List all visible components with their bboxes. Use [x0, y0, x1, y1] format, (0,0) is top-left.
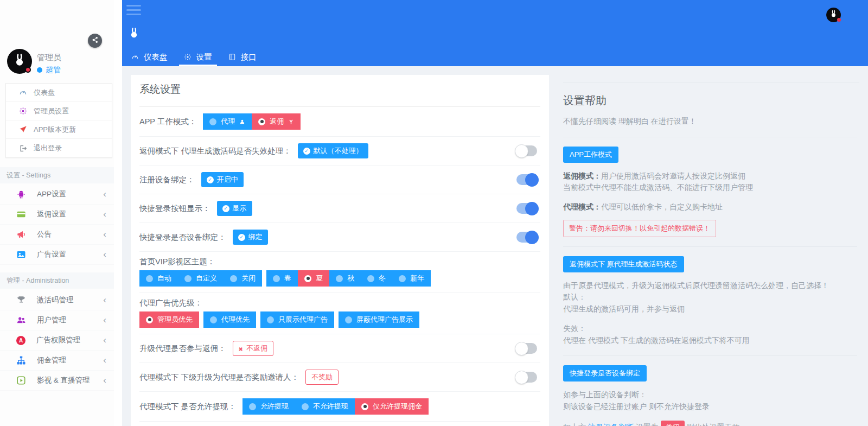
no-reward-badge[interactable]: 不奖励: [305, 370, 339, 385]
radio-option-summer[interactable]: 夏: [298, 270, 329, 287]
row-work-mode: APP 工作模式： 代理 返佣: [139, 107, 540, 137]
quick-login-button-toggle[interactable]: [516, 203, 537, 214]
cogs-icon: [19, 107, 27, 115]
header-avatar[interactable]: [826, 8, 841, 22]
row-code-invalid-handling: 返佣模式下 代理生成激活码是否失效处理： 默认（不处理）: [139, 137, 540, 166]
sidebar-item-activation-codes[interactable]: 激活码管理: [0, 290, 114, 310]
sidebar-item-media-management[interactable]: 影视 & 直播管理: [0, 371, 114, 391]
avatar[interactable]: [7, 49, 32, 74]
avatar-badge: [837, 18, 841, 22]
help-default-text: 代理生成的激活码可用，并参与返佣: [563, 303, 857, 315]
chevron-left-icon: [103, 209, 106, 219]
nav-admin: 激活码管理 用户管理 广告权限管理 佣金管理 影视 & 直播管理: [0, 290, 114, 391]
sidebar-item-app-update[interactable]: APP版本更新: [6, 120, 112, 139]
sidebar-item-ads-config[interactable]: 广告设置: [0, 245, 114, 265]
radio-option-newyear[interactable]: 新年: [392, 270, 431, 287]
app-logo-rabbit-icon: [128, 27, 140, 41]
radio-option-custom[interactable]: 自定义: [178, 270, 224, 287]
tachometer-icon: [131, 53, 139, 61]
row-upgrade-reward: 代理模式下 下级升级为代理是否奖励邀请人： 不奖励: [139, 363, 540, 392]
content-area: 系统设置 APP 工作模式： 代理 返佣 返佣: [122, 66, 868, 426]
ad-priority-groups: 管理员优先 代理优先 只展示代理广告 屏蔽代理广告展示: [139, 311, 419, 328]
ad-priority-group: 管理员优先 代理优先 只展示代理广告 屏蔽代理广告展示: [139, 311, 419, 328]
trophy-icon: [16, 295, 26, 305]
gear-icon: [184, 53, 192, 61]
tab-dashboard[interactable]: 仪表盘: [123, 48, 176, 66]
warning-box: 警告：请勿来回切换！以免引起的数据错误！: [563, 220, 716, 237]
show-badge[interactable]: 显示: [217, 201, 252, 216]
radio-option-auto[interactable]: 自动: [139, 270, 178, 287]
main-tabs: 仪表盘 设置 接口: [123, 48, 265, 66]
row-device-binding: 注册设备绑定： 开启中: [139, 166, 540, 194]
help-note-line: 如上方 注册设备判断 设置为 关闭 则此处设置无效: [563, 421, 857, 426]
section-label-settings: 设置 - Settings: [0, 167, 114, 183]
tab-settings[interactable]: 设置: [176, 48, 220, 66]
radio-selected-icon: [258, 118, 265, 125]
radio-selected-icon: [146, 316, 153, 323]
radio-option-winter[interactable]: 冬: [361, 270, 392, 287]
check-icon: [238, 234, 245, 241]
radio-option-rebate[interactable]: 返佣: [252, 113, 301, 130]
help-button-app-mode[interactable]: APP工作模式: [563, 147, 618, 163]
help-invalid-lead: 失效：: [563, 323, 857, 335]
sidebar-item-announcement[interactable]: 公告: [0, 225, 114, 245]
enabled-badge[interactable]: 开启中: [201, 172, 244, 187]
bind-badge[interactable]: 绑定: [233, 230, 268, 245]
vip-theme-season-group: 春 夏 秋 冬 新年: [266, 270, 431, 287]
radio-option-autumn[interactable]: 秋: [329, 270, 361, 287]
radio-option-off[interactable]: 关闭: [224, 270, 262, 287]
sidebar-item-app-config[interactable]: APP设置: [0, 185, 114, 205]
paper-plane-icon: [19, 125, 27, 133]
radio-icon: [184, 275, 192, 282]
radio-option-agent[interactable]: 代理: [203, 113, 252, 130]
row-invite-ownership: 邀请归属控制： 邀请人 代理: [139, 422, 540, 426]
sidebar-item-ad-permissions[interactable]: 广告权限管理: [0, 330, 114, 351]
radio-option-deny-withdraw[interactable]: 不允许提现: [295, 398, 355, 415]
radio-option-agent-first[interactable]: 代理优先: [203, 311, 256, 328]
vip-theme-mode-group: 自动 自定义 关闭: [139, 270, 262, 287]
sidebar-item-commission[interactable]: 佣金管理: [0, 351, 114, 371]
divider: [563, 355, 857, 356]
code-invalid-toggle[interactable]: [516, 145, 537, 156]
help-code-intro: 由于原是代理模式，升级为返佣模式后原代理遗留激活码怎么处理，自己选择！: [563, 280, 857, 292]
device-check-link[interactable]: 注册设备判断: [588, 423, 634, 426]
radio-icon: [210, 316, 217, 323]
x-icon: [239, 345, 243, 353]
chevron-left-icon: [103, 250, 106, 259]
sidebar-item-dashboard[interactable]: 仪表盘: [6, 84, 112, 102]
row-upgrade-rebate: 升级代理是否参与返佣： 不返佣: [139, 334, 540, 363]
hamburger-menu-icon[interactable]: [126, 5, 141, 18]
help-panel: 设置帮助 不懂先仔细阅读 理解明白 在进行设置！ APP工作模式 返佣模式：用户…: [563, 82, 859, 426]
radio-option-commission-only[interactable]: 仅允许提现佣金: [355, 398, 429, 415]
upgrade-rebate-toggle[interactable]: [516, 343, 537, 354]
rabbit-logo-icon: [12, 53, 27, 69]
top-header: 仪表盘 设置 接口: [122, 0, 868, 66]
row-withdraw-allowed: 代理模式下 是否允许提现： 允许提现 不允许提现 仅允许提现佣金: [139, 392, 540, 422]
rabbit-logo-icon: [829, 10, 838, 20]
quick-login-binding-toggle[interactable]: [516, 232, 537, 243]
default-badge[interactable]: 默认（不处理）: [298, 143, 368, 158]
radio-icon: [249, 403, 256, 410]
help-title: 设置帮助: [563, 93, 857, 108]
sidebar-item-logout[interactable]: 退出登录: [6, 139, 112, 157]
share-button[interactable]: [88, 34, 102, 48]
radio-option-admin-first[interactable]: 管理员优先: [139, 311, 199, 328]
upgrade-reward-toggle[interactable]: [516, 372, 537, 383]
system-settings-card: 系统设置 APP 工作模式： 代理 返佣 返佣: [131, 75, 549, 426]
row-vip-theme: 首页VIP影视区主题： 自动 自定义 关闭 春 夏 秋 冬 新年: [139, 252, 540, 293]
closed-badge[interactable]: 关闭: [661, 421, 685, 426]
sidebar-item-user-management[interactable]: 用户管理: [0, 310, 114, 330]
no-rebate-badge[interactable]: 不返佣: [233, 341, 273, 356]
radio-option-agent-only[interactable]: 只展示代理广告: [260, 311, 334, 328]
device-binding-toggle[interactable]: [516, 174, 537, 185]
user-icon: [239, 119, 245, 125]
help-button-quick-bind[interactable]: 快捷登录是否设备绑定: [563, 365, 647, 382]
tab-api[interactable]: 接口: [220, 48, 265, 66]
sidebar-item-admin-settings[interactable]: 管理员设置: [6, 102, 112, 120]
radio-option-allow-withdraw[interactable]: 允许提现: [242, 398, 295, 415]
help-button-code-status[interactable]: 返佣模式下 原代理生成激活码状态: [563, 256, 684, 272]
sidebar-item-rebate-config[interactable]: 返佣设置: [0, 205, 114, 225]
radio-option-spring[interactable]: 春: [266, 270, 298, 287]
radio-option-block-agent-ads[interactable]: 屏蔽代理广告展示: [339, 311, 419, 328]
radio-icon: [302, 403, 309, 410]
